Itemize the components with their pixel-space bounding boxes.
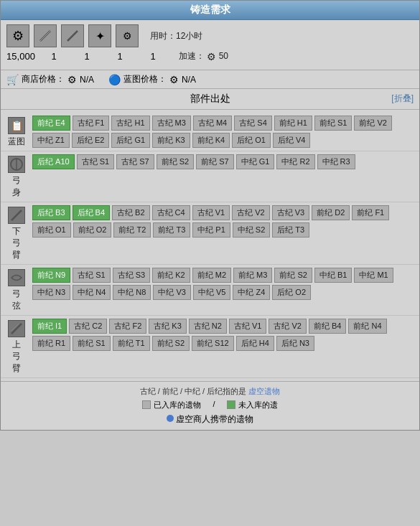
tags-grid-bowstring: 前纪 N9古纪 S1古纪 S3前纪 K2前纪 M2前纪 M3前纪 S2中纪 B1… (32, 268, 416, 300)
tag-blueprint-9[interactable]: 中纪 Z1 (32, 133, 70, 148)
tag-lower-limb-4[interactable]: 古纪 V1 (192, 205, 230, 220)
time-info: 用时：12小时 (150, 30, 202, 42)
part-label-bowstring: 弓 弦 (4, 268, 29, 312)
tag-upper-limb-5[interactable]: 古纪 V1 (229, 319, 267, 334)
part-icon-blueprint: 📋 (8, 117, 25, 134)
mat-icon-2 (34, 24, 57, 47)
tag-bowstring-8[interactable]: 中纪 M1 (354, 268, 393, 283)
tag-bowstring-6[interactable]: 前纪 S2 (274, 268, 312, 283)
blueprint-price-value: N/A (182, 75, 196, 85)
tag-bowstring-10[interactable]: 中纪 N4 (73, 285, 111, 300)
mat-qty-5: 1 (139, 51, 167, 62)
section-title: 部件出处 (190, 93, 230, 104)
tag-lower-limb-3[interactable]: 古纪 C4 (152, 205, 190, 220)
tag-bowstring-0[interactable]: 前纪 N9 (32, 268, 70, 283)
tag-upper-limb-10[interactable]: 前纪 S1 (73, 336, 111, 351)
part-icon-bowstring (8, 269, 25, 286)
tag-bowstring-2[interactable]: 古纪 S3 (113, 268, 151, 283)
tag-blueprint-0[interactable]: 前纪 E4 (32, 116, 70, 131)
tag-lower-limb-14[interactable]: 中纪 S2 (233, 222, 271, 238)
tag-bowstring-12[interactable]: 中纪 V3 (153, 285, 191, 300)
tag-lower-limb-10[interactable]: 前纪 O2 (73, 222, 112, 238)
tag-blueprint-3[interactable]: 古纪 M3 (152, 116, 191, 131)
tag-blueprint-12[interactable]: 前纪 K3 (152, 133, 190, 148)
tag-bowstring-11[interactable]: 中纪 N8 (113, 285, 151, 300)
tag-bowstring-9[interactable]: 中纪 N3 (32, 285, 70, 300)
tag-bowstring-13[interactable]: 中纪 V5 (193, 285, 231, 300)
part-icon-bowbody (8, 156, 25, 173)
tag-blueprint-8[interactable]: 前纪 V2 (354, 116, 392, 131)
tag-bowbody-7[interactable]: 中纪 R3 (317, 154, 355, 169)
tag-bowbody-1[interactable]: 古纪 S1 (77, 154, 115, 169)
part-row-blueprint: 📋蓝图前纪 E4古纪 F1古纪 H1古纪 M3古纪 M4古纪 S4前纪 H1前纪… (1, 113, 419, 151)
tag-upper-limb-8[interactable]: 前纪 N4 (348, 319, 386, 334)
tag-blueprint-10[interactable]: 后纪 E2 (72, 133, 110, 148)
green-box (227, 400, 235, 409)
tag-upper-limb-9[interactable]: 前纪 R1 (32, 336, 70, 351)
tag-blueprint-11[interactable]: 后纪 G1 (111, 133, 150, 148)
tag-blueprint-7[interactable]: 前纪 S1 (314, 116, 353, 131)
legend-gray: 已入库的遗物 (142, 400, 201, 410)
tag-lower-limb-7[interactable]: 前纪 D2 (312, 205, 350, 220)
section-header: 部件出处 [折叠] (1, 89, 419, 110)
tag-lower-limb-8[interactable]: 前纪 F1 (352, 205, 389, 220)
tags-grid-blueprint: 前纪 E4古纪 F1古纪 H1古纪 M3古纪 M4古纪 S4前纪 H1前纪 S1… (32, 116, 416, 148)
tag-upper-limb-14[interactable]: 后纪 H4 (236, 336, 274, 351)
tag-upper-limb-15[interactable]: 后纪 N3 (276, 336, 314, 351)
tag-lower-limb-12[interactable]: 前纪 T3 (153, 222, 190, 238)
tag-bowstring-1[interactable]: 古纪 S1 (73, 268, 111, 283)
tags-grid-bowbody: 后纪 A10古纪 S1古纪 S7前纪 S2前纪 S7中纪 G1中纪 R2中纪 R… (32, 154, 416, 169)
tag-upper-limb-7[interactable]: 前纪 B4 (309, 319, 347, 334)
tag-lower-limb-11[interactable]: 前纪 T2 (113, 222, 151, 238)
tag-bowstring-15[interactable]: 后纪 O2 (272, 285, 311, 300)
tag-upper-limb-6[interactable]: 古纪 V2 (269, 319, 307, 334)
part-icon-upper-limb (8, 320, 25, 337)
tag-upper-limb-13[interactable]: 前纪 S12 (192, 336, 234, 351)
mat-icon-3 (61, 24, 84, 47)
tag-upper-limb-11[interactable]: 前纪 T1 (113, 336, 150, 351)
tag-blueprint-15[interactable]: 后纪 V4 (273, 133, 311, 148)
tag-blueprint-1[interactable]: 古纪 F1 (73, 116, 110, 131)
blue-legend: 虚空商人携带的遗物 (6, 413, 414, 426)
tag-blueprint-4[interactable]: 古纪 M4 (193, 116, 232, 131)
tag-upper-limb-0[interactable]: 前纪 I1 (32, 319, 67, 334)
speed-label: 加速： ⚙ 50 (179, 50, 228, 62)
tag-bowbody-4[interactable]: 前纪 S7 (196, 154, 234, 169)
tag-bowbody-6[interactable]: 中纪 R2 (276, 154, 314, 169)
tag-blueprint-6[interactable]: 前纪 H1 (274, 116, 312, 131)
tag-lower-limb-13[interactable]: 中纪 P1 (192, 222, 230, 238)
tag-bowstring-7[interactable]: 中纪 B1 (314, 268, 353, 283)
tag-upper-limb-12[interactable]: 前纪 S2 (152, 336, 190, 351)
legend-sep: / (213, 400, 215, 410)
mat-qty-4: 1 (106, 51, 134, 62)
tag-blueprint-2[interactable]: 古纪 H1 (111, 116, 149, 131)
tag-upper-limb-3[interactable]: 古纪 K3 (149, 319, 187, 334)
tag-bowbody-2[interactable]: 古纪 S7 (116, 154, 154, 169)
tag-bowbody-0[interactable]: 后纪 A10 (32, 154, 75, 169)
tag-lower-limb-15[interactable]: 后纪 T3 (272, 222, 309, 238)
shop-price-label: 商店价格： (22, 73, 65, 85)
tag-lower-limb-1[interactable]: 后纪 B4 (73, 205, 111, 220)
tag-bowbody-5[interactable]: 中纪 G1 (236, 154, 275, 169)
tag-upper-limb-2[interactable]: 古纪 F2 (109, 319, 146, 334)
tag-upper-limb-1[interactable]: 古纪 C2 (69, 319, 107, 334)
tag-lower-limb-9[interactable]: 前纪 O1 (32, 222, 71, 238)
part-label-bowbody: 弓 身 (4, 154, 29, 199)
tag-lower-limb-5[interactable]: 古纪 V2 (232, 205, 270, 220)
tag-bowbody-3[interactable]: 前纪 S2 (157, 154, 195, 169)
tag-lower-limb-2[interactable]: 古纪 B2 (112, 205, 150, 220)
tag-bowstring-5[interactable]: 前纪 M3 (233, 268, 272, 283)
tag-bowstring-3[interactable]: 前纪 K2 (152, 268, 190, 283)
qty-row: 15,000 1 1 1 1 加速： ⚙ 50 (6, 50, 414, 62)
tag-lower-limb-6[interactable]: 古纪 V3 (272, 205, 310, 220)
tag-lower-limb-0[interactable]: 后纪 B3 (32, 205, 70, 220)
fold-button[interactable]: [折叠] (391, 93, 414, 105)
tag-blueprint-13[interactable]: 前纪 K4 (192, 133, 230, 148)
tag-bowstring-4[interactable]: 前纪 M2 (192, 268, 231, 283)
tag-bowstring-14[interactable]: 中纪 Z4 (233, 285, 270, 300)
time-label: 用时：12小时 (150, 31, 202, 41)
tag-blueprint-5[interactable]: 古纪 S4 (234, 116, 272, 131)
tag-upper-limb-4[interactable]: 古纪 N2 (189, 319, 227, 334)
era-link[interactable]: 虚空遗物 (248, 387, 280, 395)
tag-blueprint-14[interactable]: 后纪 O1 (232, 133, 271, 148)
